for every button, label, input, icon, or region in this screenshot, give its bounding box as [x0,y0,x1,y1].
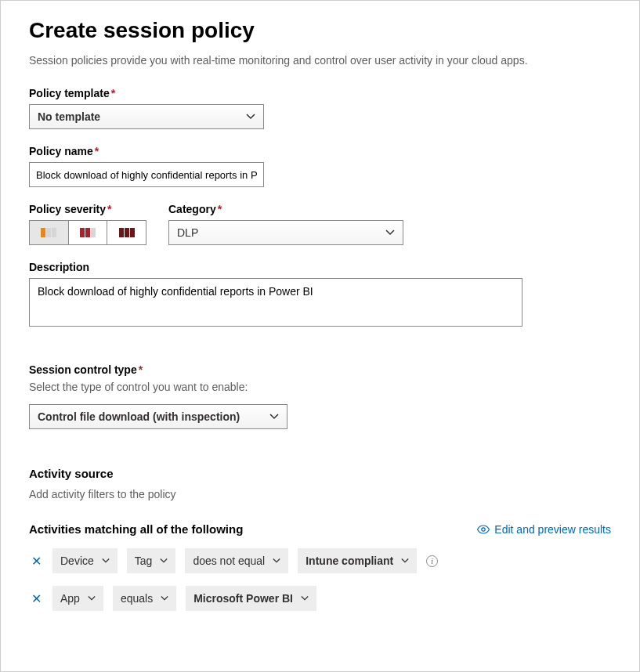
chevron-down-icon [161,594,168,602]
severity-medium-button[interactable] [69,221,108,244]
page-subtitle: Session policies provide you with real-t… [29,54,611,67]
filter-row: ✕ App equals Microsoft Power BI [29,586,611,611]
filter-field-dropdown[interactable]: App [52,586,103,611]
severity-high-button[interactable] [107,221,146,244]
policy-name-input[interactable] [29,162,264,187]
severity-low-button[interactable] [30,221,69,244]
activities-matching-heading: Activities matching all of the following [29,522,243,536]
chevron-down-icon [88,594,96,602]
filter-row: ✕ Device Tag does not equal Intune compl… [29,548,611,573]
chevron-down-icon [269,412,279,421]
remove-filter-button[interactable]: ✕ [29,554,43,569]
chevron-down-icon [160,557,168,565]
chevron-down-icon [385,228,395,237]
chevron-down-icon [401,557,409,565]
eye-icon [477,525,490,534]
remove-filter-button[interactable]: ✕ [29,591,43,606]
description-textarea[interactable] [29,278,522,327]
category-label: Category* [168,203,403,215]
filter-value-dropdown[interactable]: Intune compliant [298,548,417,573]
filter-value-dropdown[interactable]: Microsoft Power BI [186,586,316,611]
chevron-down-icon [273,557,280,565]
activity-source-helper: Add activity filters to the policy [29,488,611,500]
policy-template-label: Policy template* [29,87,611,99]
session-control-type-dropdown[interactable]: Control file download (with inspection) [29,404,287,429]
policy-template-dropdown[interactable]: No template [29,104,264,129]
policy-name-label: Policy name* [29,145,611,157]
filter-field-dropdown[interactable]: Device [52,548,118,573]
filter-subfield-dropdown[interactable]: Tag [127,548,176,573]
chevron-down-icon [102,557,110,565]
session-control-type-label: Session control type* [29,363,611,376]
session-control-type-helper: Select the type of control you want to e… [29,381,611,393]
category-dropdown[interactable]: DLP [168,220,403,245]
edit-preview-results-link[interactable]: Edit and preview results [477,523,611,536]
filter-operator-dropdown[interactable]: equals [113,586,176,611]
policy-severity-label: Policy severity* [29,203,146,215]
description-label: Description [29,261,611,273]
svg-point-0 [482,527,485,530]
info-icon[interactable]: i [426,555,438,567]
activity-source-heading: Activity source [29,467,611,480]
severity-selector [29,220,146,245]
chevron-down-icon [246,112,255,121]
page-title: Create session policy [29,18,611,43]
filter-operator-dropdown[interactable]: does not equal [185,548,288,573]
chevron-down-icon [301,594,309,602]
